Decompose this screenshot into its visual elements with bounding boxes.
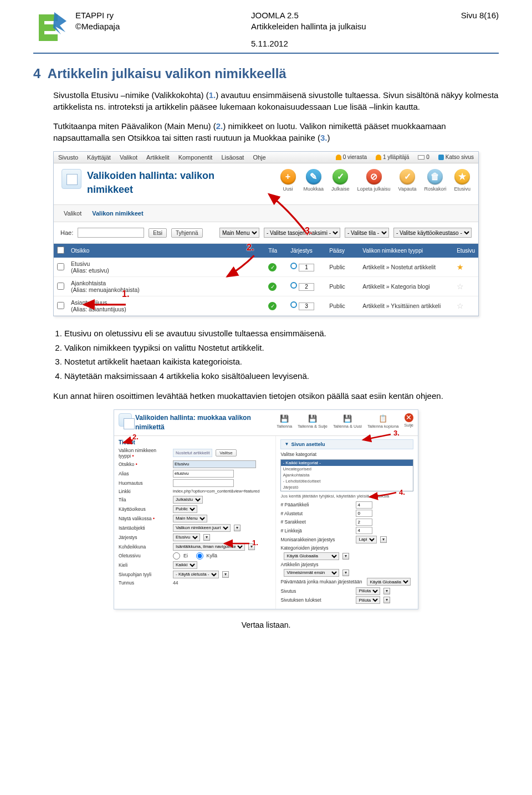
table-row: Etusivu(Alias: etusivu) ✓ Public Artikke… bbox=[54, 258, 478, 277]
default-star-icon[interactable]: ☆ bbox=[457, 282, 464, 291]
dropdown-icon[interactable]: ▾ bbox=[342, 553, 349, 560]
leading-input[interactable] bbox=[356, 501, 372, 509]
item-title-link[interactable]: Etusivu bbox=[71, 260, 90, 267]
order-icon[interactable] bbox=[290, 301, 297, 308]
published-icon[interactable]: ✓ bbox=[268, 283, 277, 291]
save-new-button[interactable]: 💾Tallenna & Uusi bbox=[333, 413, 362, 429]
publish-button[interactable]: ✓Julkaise bbox=[331, 169, 350, 192]
annotation-4: 4. bbox=[399, 488, 405, 496]
menu-item[interactable]: Lisäosat bbox=[221, 154, 244, 161]
row-checkbox[interactable] bbox=[57, 263, 64, 270]
menu-item[interactable]: Artikkelit bbox=[146, 154, 170, 161]
order-select[interactable]: Etusivu bbox=[173, 534, 200, 541]
order-input[interactable] bbox=[299, 264, 314, 271]
tab-menus[interactable]: Valikot bbox=[59, 208, 86, 218]
clear-button[interactable]: Tyhjennä bbox=[171, 228, 203, 238]
columns-input[interactable] bbox=[356, 519, 372, 526]
save-close-button[interactable]: 💾Tallenna & Sulje bbox=[298, 413, 328, 429]
item-title-link[interactable]: Asiantuntijuus bbox=[71, 299, 107, 306]
list-item: Näytetään maksimissaan 4 artikkelia koko… bbox=[64, 370, 479, 383]
select-type-button[interactable]: Valitse bbox=[216, 449, 236, 457]
link-value: index.php?option=com_content&view=featur… bbox=[173, 489, 259, 494]
save-button[interactable]: 💾Tallenna bbox=[277, 413, 292, 429]
toolbar-actions: +Uusi ✎Muokkaa ✓Julkaise ⊘Lopeta julkais… bbox=[280, 169, 471, 192]
categories-listbox[interactable]: - Kaikki kategoriat - Uncategorised Ajan… bbox=[280, 459, 413, 491]
published-icon[interactable]: ✓ bbox=[268, 302, 277, 310]
order-input[interactable] bbox=[299, 283, 314, 291]
state-select[interactable]: - Valitse tila - bbox=[345, 228, 389, 238]
default-star-icon[interactable]: ★ bbox=[457, 263, 464, 271]
levels-select[interactable]: - Valitse tasojen maksimi - bbox=[264, 228, 340, 238]
template-select[interactable]: - Käytä oletusta - bbox=[173, 571, 219, 578]
order-icon[interactable] bbox=[290, 263, 297, 269]
catorder-select[interactable]: Käytä Globaalia bbox=[284, 552, 339, 560]
search-input[interactable] bbox=[78, 228, 144, 238]
checkin-button[interactable]: ✓Vapauta bbox=[398, 169, 417, 192]
menu-item[interactable]: Valikot bbox=[120, 154, 137, 161]
lang-select[interactable]: Kaikki bbox=[173, 561, 197, 569]
published-icon[interactable]: ✓ bbox=[268, 263, 277, 271]
row-checkbox[interactable] bbox=[57, 283, 64, 290]
item-title-link[interactable]: Ajankohtaista bbox=[71, 280, 106, 286]
dropdown-icon[interactable]: ▾ bbox=[234, 525, 241, 531]
menu-select[interactable]: Main Menu bbox=[219, 228, 259, 238]
parent-select[interactable]: Valikon nimikkeen juuri bbox=[173, 524, 231, 532]
order-icon[interactable] bbox=[290, 282, 297, 289]
dropdown-icon[interactable]: ▾ bbox=[342, 570, 349, 576]
dropdown-icon[interactable]: ▾ bbox=[383, 597, 390, 603]
access-select[interactable]: Public bbox=[173, 505, 197, 513]
list-item: Etusivu on oletussivu eli se avautuu siv… bbox=[64, 327, 479, 340]
alias-input[interactable] bbox=[173, 470, 234, 478]
edit-button[interactable]: ✎Muokkaa bbox=[304, 169, 324, 192]
section-heading: 4 Artikkelin julkaisu valikon nimikkeell… bbox=[33, 66, 499, 81]
dropdown-icon[interactable]: ▾ bbox=[380, 536, 387, 543]
menu-edit-icon bbox=[119, 413, 132, 427]
menu-manager-icon bbox=[62, 169, 81, 189]
view-site-link[interactable]: Katso sivus bbox=[438, 154, 474, 160]
org-line2: ©Mediapaja bbox=[75, 21, 251, 32]
access-select[interactable]: - Valitse käyttöoikeustaso - bbox=[393, 228, 472, 238]
new-button[interactable]: +Uusi bbox=[280, 169, 296, 192]
intro-input[interactable] bbox=[356, 510, 372, 517]
artorder-select[interactable]: Viimeisimmät ensin bbox=[284, 569, 339, 577]
target-select[interactable]: Isäntäikkuna, ilman navigointia bbox=[173, 543, 245, 551]
menu-item[interactable]: Komponentit bbox=[178, 154, 213, 161]
home-button[interactable]: ★Etusivu bbox=[454, 169, 470, 192]
menu-item[interactable]: Ohje bbox=[253, 154, 265, 161]
search-label: Hae: bbox=[60, 229, 73, 236]
search-button[interactable]: Etsi bbox=[149, 228, 167, 238]
menu-item[interactable]: Sivusto bbox=[58, 154, 78, 161]
select-all[interactable] bbox=[57, 247, 64, 254]
type-display: Nostetut artikkelit bbox=[173, 449, 212, 457]
dropdown-icon[interactable]: ▾ bbox=[203, 534, 210, 541]
close-button[interactable]: ✕Sulje bbox=[404, 413, 413, 429]
annotation-2: 2. bbox=[132, 433, 139, 441]
unpublish-button[interactable]: ⊘Lopeta julkaisu bbox=[357, 169, 391, 192]
default-yes-radio[interactable] bbox=[196, 552, 203, 560]
tab-menu-items[interactable]: Valikon nimikkeet bbox=[88, 208, 147, 218]
menu-item[interactable]: Käyttäjät bbox=[87, 154, 111, 161]
state-select[interactable]: Julkaistu bbox=[173, 496, 203, 504]
default-no-radio[interactable] bbox=[173, 552, 180, 560]
dropdown-icon[interactable]: ▾ bbox=[222, 571, 229, 578]
multicol-select[interactable]: Lapi bbox=[356, 536, 377, 543]
row-checkbox[interactable] bbox=[57, 302, 64, 309]
pagresults-select[interactable]: Piilota bbox=[356, 596, 380, 604]
default-star-icon[interactable]: ☆ bbox=[457, 301, 464, 310]
title-input[interactable] bbox=[173, 460, 256, 468]
layout-panel-header[interactable]: ▼Sivun asettelu bbox=[280, 439, 413, 449]
save-copy-button[interactable]: 📋Tallenna kopiona bbox=[367, 413, 398, 429]
hdr-right: Sivu 8(16) bbox=[427, 10, 499, 49]
note-input[interactable] bbox=[173, 479, 234, 487]
users-icon bbox=[376, 155, 381, 160]
dateorder-select[interactable]: Käytä Globaalia bbox=[367, 578, 411, 586]
menu-select[interactable]: Main Menu bbox=[173, 515, 207, 522]
order-input[interactable] bbox=[299, 302, 314, 310]
messages-stat[interactable]: 0 bbox=[418, 154, 429, 160]
annotation-1: 1. bbox=[122, 289, 129, 299]
links-input[interactable] bbox=[356, 527, 372, 534]
hdr-center: JOOMLA 2.5 Artikkeleiden hallinta ja jul… bbox=[251, 10, 427, 49]
trash-button[interactable]: 🗑Roskakori bbox=[424, 169, 446, 192]
pagination-select[interactable]: Piilota bbox=[356, 587, 380, 595]
dropdown-icon[interactable]: ▾ bbox=[383, 588, 390, 594]
